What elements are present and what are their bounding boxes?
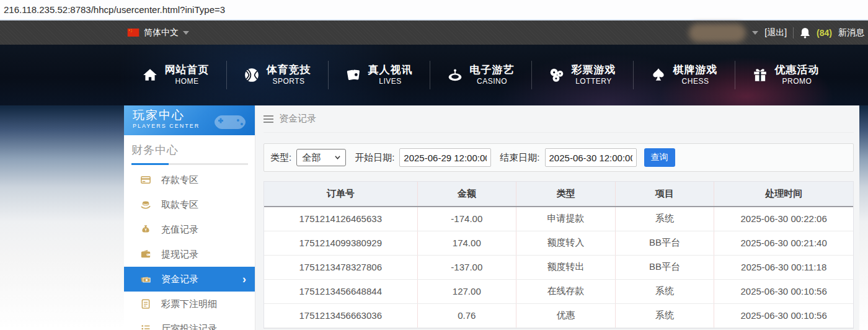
- nav-subtitle: HOME: [175, 78, 199, 86]
- sidebar-item-提现记录[interactable]: 提现记录: [124, 242, 255, 267]
- table-cell: 在线存款: [516, 279, 616, 303]
- nav-subtitle: LOTTERY: [575, 78, 612, 86]
- table-cell: 系统: [615, 303, 714, 328]
- sidebar-item-label: 取款专区: [161, 199, 198, 211]
- column-header: 金额: [417, 182, 516, 207]
- funds-record-icon: [140, 274, 151, 285]
- nav-item-home[interactable]: 网站首页HOME: [125, 64, 226, 86]
- sidebar-item-彩票下注明细[interactable]: 彩票下注明细: [124, 292, 255, 316]
- lottery-icon: [549, 67, 565, 83]
- table-cell: 2025-06-30 00:10:56: [714, 279, 853, 303]
- main-panel: 资金记录 类型: 全部 开始日期: 结束日期: 查询: [255, 105, 859, 330]
- table-cell: BB平台: [615, 231, 714, 255]
- sidebar-item-label: 提现记录: [161, 249, 198, 261]
- table-cell: 1751213456648844: [264, 279, 417, 303]
- casino-icon: [447, 67, 463, 83]
- sidebar-item-存款专区[interactable]: 存款专区: [124, 167, 255, 192]
- sidebar-item-取款专区[interactable]: 取款专区: [124, 192, 255, 217]
- nav-item-sports[interactable]: 体育竞技SPORTS: [227, 64, 328, 86]
- table-cell: 额度转入: [516, 231, 616, 255]
- nav-title: 网站首页: [165, 64, 210, 76]
- nav-item-lottery[interactable]: 彩票游戏LOTTERY: [532, 64, 633, 86]
- lottery-detail-icon: [140, 298, 151, 310]
- language-selector[interactable]: 简体中文: [127, 27, 189, 38]
- column-header: 类型: [516, 182, 616, 207]
- table-row: 1751213456648844127.00在线存款系统2025-06-30 0…: [264, 279, 853, 303]
- table-cell: 2025-06-30 00:22:06: [714, 207, 853, 231]
- nav-title: 优惠活动: [775, 64, 820, 76]
- home-icon: [142, 67, 158, 83]
- nav-item-promo[interactable]: 优惠活动PROMO: [735, 64, 836, 86]
- sidebar-item-label: 资金记录: [161, 274, 198, 285]
- language-label: 简体中文: [144, 27, 179, 38]
- china-flag-icon: [127, 29, 140, 37]
- withdraw-hand-icon: [140, 199, 151, 210]
- sidebar-item-充值记录[interactable]: 充值记录: [124, 217, 255, 242]
- filter-panel: 类型: 全部 开始日期: 结束日期: 查询: [264, 143, 854, 172]
- main-navigation: 网站首页HOME体育竞技SPORTS真人视讯LIVES电子游艺CASINO彩票游…: [0, 45, 868, 105]
- type-select-value: 全部: [302, 152, 321, 164]
- query-button[interactable]: 查询: [644, 148, 675, 167]
- section-underline: [131, 163, 248, 165]
- start-date-label: 开始日期:: [355, 152, 394, 164]
- sidebar-item-资金记录[interactable]: 资金记录›: [124, 267, 255, 292]
- table-cell: 优惠: [516, 303, 616, 328]
- start-date-input[interactable]: [399, 148, 491, 167]
- table-cell: 额度转出: [516, 255, 616, 279]
- user-account-group: [退出] (84) 新消息: [689, 24, 864, 42]
- sidebar-item-label: 厅室投注记录: [161, 323, 217, 330]
- nav-title: 电子游艺: [470, 64, 515, 76]
- breadcrumb: 资金记录: [264, 105, 854, 133]
- nav-item-lives[interactable]: 真人视讯LIVES: [329, 64, 430, 86]
- table-cell: 0.76: [417, 303, 516, 328]
- table-cell: 1751214126465633: [264, 207, 417, 231]
- nav-item-casino[interactable]: 电子游艺CASINO: [430, 64, 531, 86]
- nav-item-chess[interactable]: 棋牌游戏CHESS: [634, 64, 735, 86]
- table-cell: BB平台: [615, 255, 714, 279]
- table-cell: 1751213478327806: [264, 255, 417, 279]
- recharge-bag-icon: [140, 224, 151, 235]
- table-cell: 2025-06-30 00:21:40: [714, 231, 853, 255]
- sidebar-item-厅室投注记录[interactable]: 厅室投注记录: [124, 316, 255, 330]
- section-title: 财务中心: [131, 143, 255, 158]
- table-row: 17512134566630360.76优惠系统2025-06-30 00:10…: [264, 303, 853, 328]
- table-row: 1751214099380929174.00额度转入BB平台2025-06-30…: [264, 231, 853, 255]
- sidebar-item-label: 充值记录: [161, 224, 198, 236]
- withdraw-record-icon: [140, 249, 151, 260]
- chevron-down-icon: [183, 31, 189, 35]
- end-date-input[interactable]: [545, 148, 637, 167]
- hamburger-icon: [264, 115, 273, 123]
- table-cell: 系统: [615, 207, 714, 231]
- new-messages-link[interactable]: 新消息: [838, 27, 864, 38]
- table-cell: -137.00: [417, 255, 516, 279]
- sidebar-item-label: 彩票下注明细: [161, 298, 217, 310]
- top-utility-bar: 简体中文 [退出] (84) 新消息: [0, 20, 868, 45]
- page-body: 网站首页HOME体育竞技SPORTS真人视讯LIVES电子游艺CASINO彩票游…: [0, 45, 868, 330]
- chevron-right-icon: ›: [242, 273, 246, 286]
- lives-icon: [345, 67, 361, 83]
- content-row: 玩家中心 PLAYERS CENTER 财务中心 存款专区取款专区充值记录提现记…: [124, 105, 868, 330]
- nav-subtitle: SPORTS: [272, 78, 304, 86]
- table-cell: 1751213456663036: [264, 303, 417, 328]
- table-row: 1751213478327806-137.00额度转出BB平台2025-06-3…: [264, 255, 853, 279]
- nav-title: 彩票游戏: [572, 64, 616, 76]
- chess-icon: [650, 67, 666, 83]
- bell-icon[interactable]: [800, 27, 810, 38]
- type-select[interactable]: 全部: [296, 149, 346, 166]
- page-url: 216.118.235.52:8783/hhcp/usercenter.html…: [4, 4, 225, 15]
- table-header-row: 订单号金额类型项目处理时间: [264, 182, 853, 207]
- sidebar-section-finance: 财务中心: [124, 135, 255, 167]
- divider: [793, 27, 794, 38]
- gamepad-icon: [210, 109, 250, 134]
- logout-link[interactable]: [退出]: [764, 27, 787, 38]
- table-cell: 申请提款: [516, 207, 616, 231]
- column-header: 订单号: [264, 182, 417, 207]
- column-header: 项目: [615, 182, 714, 207]
- end-date-label: 结束日期:: [500, 152, 539, 164]
- table-cell: 2025-06-30 00:11:18: [714, 255, 853, 279]
- chevron-down-icon[interactable]: [752, 31, 758, 35]
- nav-title: 棋牌游戏: [673, 64, 718, 76]
- player-center-sidebar: 玩家中心 PLAYERS CENTER 财务中心 存款专区取款专区充值记录提现记…: [124, 105, 255, 330]
- funds-record-table: 订单号金额类型项目处理时间 1751214126465633-174.00申请提…: [264, 181, 854, 329]
- browser-url-bar[interactable]: 216.118.235.52:8783/hhcp/usercenter.html…: [0, 0, 868, 20]
